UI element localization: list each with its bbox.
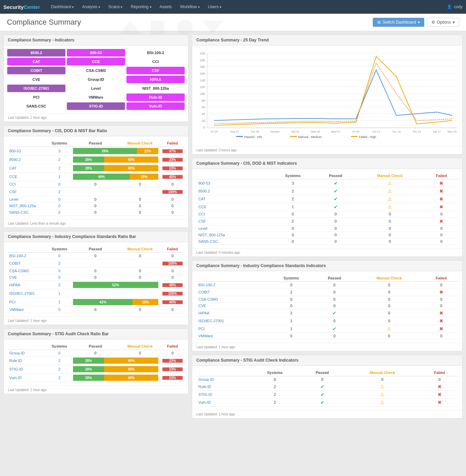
indicators-panel-body: 8500.2800-53BSI-100-2CATCCECCICOBITCSA-C… (4, 46, 188, 113)
indicator-btn-rule_id[interactable]: Rule-ID (126, 93, 185, 101)
stig-ind-header: Compliance Summary - STIG Audit Check In… (192, 355, 462, 366)
indicator-btn-group_id[interactable]: Group-ID (67, 76, 125, 83)
svg-text:Wed 07: Wed 07 (331, 130, 340, 133)
grid-icon: ⊞ (377, 20, 381, 25)
warn-icon: ⚠ (388, 204, 392, 210)
table-row: VMWare0000 (7, 306, 185, 313)
indicator-btn-vuln_id[interactable]: Vuln-ID (126, 102, 185, 110)
table-row: CVE0000 (196, 303, 459, 309)
indicator-btn-cat[interactable]: CAT (7, 58, 65, 65)
chevron-down-icon: ▾ (453, 20, 455, 25)
cis-bar-header: Compliance Summary - CIS, DOD & NIST Bar… (4, 126, 188, 136)
check-icon: ✔ (320, 400, 324, 405)
indicator-btn-stig_id[interactable]: STIG-ID (67, 102, 125, 110)
switch-dashboard-button[interactable]: ⊞ Switch Dashboard ▾ (373, 18, 424, 27)
nav-assets[interactable]: Assets (156, 0, 176, 14)
indicator-btn-level[interactable]: Level (67, 85, 125, 92)
check-icon: ✔ (334, 204, 338, 210)
check-icon: ✔ (332, 310, 336, 316)
trend-chart-svg: 220 200 180 160 140 120 100 80 60 40 20 … (196, 49, 459, 141)
indicator-btn-sans_csc[interactable]: SANS-CSC (7, 102, 65, 110)
indicator-btn-800_53[interactable]: 800-53 (67, 49, 125, 57)
indicator-btn-bsi_100_2[interactable]: BSI-100-2 (126, 49, 185, 57)
table-row: Vuln-ID228%49%23% (7, 374, 185, 382)
left-column: Compliance Summary - Indicators 8500.280… (3, 35, 188, 418)
cis-ind-header: Compliance Summary - CIS, DOD & NIST Ind… (192, 158, 462, 169)
error-icon: ✖ (439, 289, 443, 295)
nav-users[interactable]: Users ▾ (204, 0, 225, 14)
indicator-btn-8500_2[interactable]: 8500.2 (7, 49, 65, 57)
indicator-btn-csa_csm3[interactable]: CSA-CSM3 (67, 67, 125, 74)
cis-bar-body: SystemsPassedManual CheckFailed800-53339… (4, 136, 188, 219)
chevron-down-icon: ▾ (121, 5, 122, 9)
indicator-btn-pci[interactable]: PCI (7, 93, 65, 101)
svg-rect-45 (290, 136, 297, 137)
svg-text:80: 80 (202, 99, 205, 102)
table-row: Level0000 (7, 196, 185, 203)
table-row: BSI-100-20000 (7, 253, 185, 259)
chevron-down-icon: ▾ (150, 5, 151, 9)
table-row: 800-533✔⚠✖ (196, 179, 459, 187)
warn-icon: ⚠ (388, 188, 392, 194)
right-column: Compliance Summary - 25 Day Trend 220 20… (192, 35, 463, 418)
svg-text:Sat 17: Sat 17 (433, 130, 441, 133)
svg-text:200: 200 (200, 59, 205, 62)
industry-bar-panel: Compliance Summary - Industry Compliance… (3, 231, 188, 325)
indicator-btn-cci[interactable]: CCI (126, 58, 185, 65)
svg-text:0: 0 (204, 126, 205, 129)
cis-bar-footer: Last Updated: Less than a minute ago (4, 219, 188, 227)
table-row: 8500.22✔⚠✖ (196, 187, 459, 195)
table-row: Group-ID0000 (196, 376, 459, 383)
cis-bar-panel: Compliance Summary - CIS, DOD & NIST Bar… (3, 125, 188, 228)
cis-ind-body: SystemsPassedManual CheckFailed800-533✔⚠… (192, 169, 462, 248)
nav-analysis[interactable]: Analysis ▾ (78, 0, 104, 14)
industry-ind-panel: Compliance Summary - Industry Compliance… (192, 260, 463, 351)
stig-bar-body: SystemsPassedManual CheckFailedGroup-ID0… (4, 339, 188, 386)
error-icon: ✖ (439, 196, 443, 202)
error-icon: ✖ (439, 204, 443, 210)
table-row: SANS-CSC0000 (196, 238, 459, 245)
error-icon: ✖ (439, 326, 443, 331)
stig-ratio-table: SystemsPassedManual CheckFailedGroup-ID0… (7, 343, 185, 382)
indicator-btn-hipaa[interactable]: HIPAA (126, 76, 185, 83)
page-header: Compliance Summary ⊞ Switch Dashboard ▾ … (0, 14, 466, 31)
indicator-btn-iso_iec_27001[interactable]: ISO/IEC-27001 (7, 85, 65, 92)
options-button[interactable]: ⚙ Options ▾ (427, 18, 459, 27)
header-actions: ⊞ Switch Dashboard ▾ ⚙ Options ▾ (373, 18, 459, 27)
chevron-down-icon: ▾ (98, 5, 100, 9)
nav-dashboard[interactable]: Dashboard ▾ (47, 0, 78, 14)
table-row: STIG-ID228%49%23% (7, 365, 185, 374)
table-row: COBIT2100% (7, 259, 185, 268)
table-row: ISO/IEC-270011100% (7, 289, 185, 298)
chevron-down-icon: ▾ (72, 5, 74, 9)
indicator-btn-csf[interactable]: CSF (126, 67, 185, 74)
table-row: PCI142%18%40% (7, 298, 185, 306)
table-row: Vuln-ID2✔⚠✖ (196, 399, 459, 406)
username[interactable]: cody (454, 4, 463, 9)
table-row: CAT2✔⚠✖ (196, 195, 459, 203)
table-row: CCE1✔⚠✖ (196, 203, 459, 211)
svg-text:220: 220 (200, 52, 205, 55)
indicator-btn-cve[interactable]: CVE (7, 76, 65, 83)
nav-reporting[interactable]: Reporting ▾ (126, 0, 155, 14)
table-row: HIPAA2✔0✖ (196, 309, 459, 317)
svg-text:20: 20 (202, 119, 205, 123)
warn-icon: ⚠ (388, 196, 392, 202)
indicator-btn-cce[interactable]: CCE (67, 58, 125, 65)
nav-workflow[interactable]: Workflow ▾ (176, 0, 204, 14)
nav-scans[interactable]: Scans ▾ (104, 0, 126, 14)
check-icon: ✔ (320, 392, 324, 397)
table-row: NIST_800-125a0000 (7, 203, 185, 209)
svg-text:Thu 15: Thu 15 (413, 130, 421, 133)
page-title: Compliance Summary (7, 18, 81, 27)
brand-logo[interactable]: SecurityCenter (3, 4, 40, 10)
table-row: CCI0000 (196, 211, 459, 217)
industry-ind-body: SystemsPassedManual CheckFailedBSI-100-2… (192, 271, 462, 343)
svg-text:Failed - High: Failed - High (359, 135, 376, 139)
table-row: VMWare0000 (196, 333, 459, 339)
trend-chart-body: 220 200 180 160 140 120 100 80 60 40 20 … (192, 46, 462, 146)
svg-text:100: 100 (200, 92, 205, 96)
indicator-btn-cobit[interactable]: COBIT (7, 67, 65, 74)
indicator-btn-nist_800_125a[interactable]: NIST_800-125a (126, 85, 185, 92)
indicator-btn-vmware[interactable]: VMWare (67, 93, 125, 101)
